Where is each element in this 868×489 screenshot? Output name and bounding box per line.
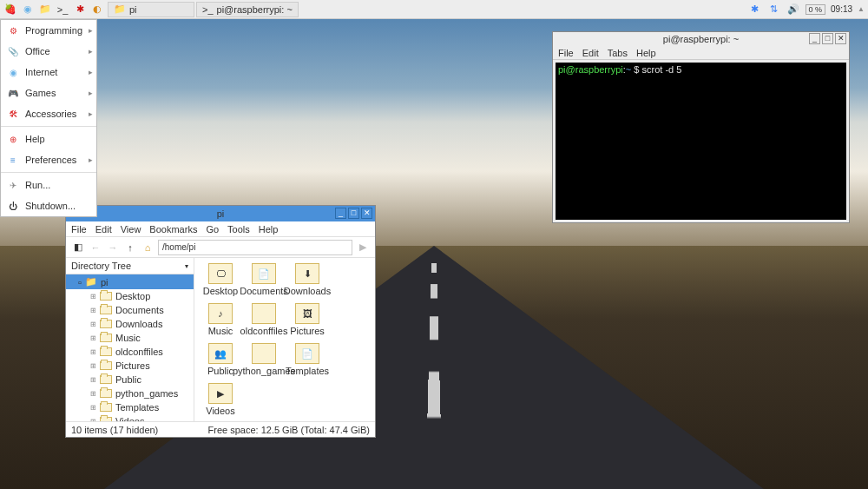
- preferences-icon: ≡: [6, 153, 20, 167]
- launcher-file-manager[interactable]: 📁: [38, 3, 52, 17]
- terminal-window: pi@raspberrypi: ~ _ □ ✕ FileEditTabsHelp…: [552, 31, 850, 223]
- folder-icon: 🖼: [295, 303, 319, 324]
- tree-item[interactable]: ⊞ oldconffiles: [66, 345, 194, 359]
- tree-item[interactable]: ⊞ Desktop: [66, 289, 194, 303]
- close-button[interactable]: ✕: [835, 33, 846, 44]
- menu-item-internet[interactable]: ◉Internet▸: [1, 62, 96, 83]
- window-titlebar[interactable]: pi _ □ ✕: [66, 206, 375, 221]
- folder-documents[interactable]: 📄Documents: [243, 263, 285, 301]
- folder-icon: [100, 320, 112, 328]
- folder-downloads[interactable]: ⬇Downloads: [286, 263, 328, 301]
- tree-expand-icon: ⊞: [90, 348, 96, 356]
- menu-edit[interactable]: Edit: [95, 224, 112, 235]
- maximize-button[interactable]: □: [822, 33, 833, 44]
- menu-item-help[interactable]: ⊕Help: [1, 129, 96, 149]
- menu-bookmarks[interactable]: Bookmarks: [149, 224, 197, 235]
- menu-tools[interactable]: Tools: [227, 224, 250, 235]
- sound-icon[interactable]: 🔊: [786, 3, 800, 17]
- window-title: pi@raspberrypi: ~: [663, 34, 739, 44]
- terminal-body[interactable]: pi@raspberrypi:~ $ scrot -d 5: [556, 63, 846, 220]
- tree-item[interactable]: ⊞ Public: [66, 373, 194, 387]
- submenu-arrow-icon: ▸: [89, 26, 93, 35]
- tree-item[interactable]: ⊞ Templates: [66, 400, 194, 414]
- minimize-button[interactable]: _: [335, 208, 346, 219]
- nav-up-icon[interactable]: ↑: [123, 241, 137, 254]
- panel-arrow-icon[interactable]: ▲: [858, 5, 865, 13]
- tree-expand-icon: ⊞: [90, 307, 96, 314]
- launcher-raspberry-menu[interactable]: 🍓: [3, 3, 17, 17]
- games-icon: 🎮: [6, 86, 20, 100]
- menu-item-games[interactable]: 🎮Games▸: [1, 83, 96, 103]
- launcher-terminal[interactable]: >_: [56, 3, 69, 17]
- close-button[interactable]: ✕: [361, 208, 372, 219]
- tree-item[interactable]: ⊞ Music: [66, 331, 194, 345]
- window-title: pi: [217, 208, 225, 219]
- folder-music[interactable]: ♪Music: [200, 303, 241, 341]
- tree-item[interactable]: ⊞ Documents: [66, 303, 194, 317]
- folder-desktop[interactable]: 🖵Desktop: [200, 263, 241, 301]
- submenu-arrow-icon: ▸: [89, 109, 93, 118]
- menu-item-office[interactable]: 📎Office▸: [1, 41, 96, 62]
- window-titlebar[interactable]: pi@raspberrypi: ~ _ □ ✕: [553, 32, 849, 46]
- bluetooth-icon[interactable]: ✱: [748, 3, 762, 17]
- menu-label: Programming: [25, 25, 82, 36]
- nav-back-icon[interactable]: ←: [89, 241, 102, 254]
- tree-item[interactable]: ⊞ Pictures: [66, 359, 194, 373]
- menu-item-shutdown[interactable]: ⏻Shutdown...: [1, 195, 96, 216]
- directory-tree-header[interactable]: Directory Tree ▾: [66, 258, 194, 274]
- tree-item[interactable]: ⊞ Videos: [66, 414, 194, 421]
- file-manager-toolbar: ◧ ← → ↑ ⌂ ▶: [66, 237, 375, 258]
- folder-icon: 📄: [252, 263, 276, 284]
- menu-help[interactable]: Help: [259, 224, 279, 235]
- menu-item-preferences[interactable]: ≡Preferences▸: [1, 149, 96, 170]
- menu-go[interactable]: Go: [206, 224, 219, 235]
- tree-item[interactable]: ⊞ python_games: [66, 387, 194, 400]
- folder-videos[interactable]: ▶Videos: [200, 383, 241, 421]
- folder-icon: ▶: [208, 383, 233, 404]
- folder-templates[interactable]: 📄Templates: [286, 343, 328, 381]
- menu-file[interactable]: File: [71, 224, 87, 235]
- launcher-globe[interactable]: ◉: [21, 3, 35, 17]
- folder-pictures[interactable]: 🖼Pictures: [286, 303, 328, 341]
- status-free-space: Free space: 12.5 GiB (Total: 47.4 GiB): [208, 425, 370, 435]
- go-icon[interactable]: ▶: [356, 241, 370, 254]
- menu-view[interactable]: View: [121, 224, 141, 235]
- menu-label: Games: [25, 88, 56, 98]
- taskbar-window-button[interactable]: 📁pi: [108, 2, 194, 17]
- taskbar-window-button[interactable]: >_pi@raspberrypi: ~: [196, 2, 299, 17]
- battery-indicator[interactable]: 0 %: [806, 4, 826, 15]
- nav-forward-icon[interactable]: →: [106, 241, 120, 254]
- menu-item-run[interactable]: ✈Run...: [1, 175, 96, 195]
- folder-label: Templates: [286, 366, 329, 376]
- path-input[interactable]: [158, 240, 352, 255]
- folder-label: Public: [207, 366, 233, 376]
- menu-item-accessories[interactable]: 🛠Accessories▸: [1, 103, 96, 124]
- taskbar: 🍓◉📁>_✱◐ 📁pi>_pi@raspberrypi: ~ ✱ ⇅ 🔊 0 %…: [0, 0, 868, 19]
- launcher-mathematica-red[interactable]: ✱: [73, 3, 87, 17]
- taskbar-windows: 📁pi>_pi@raspberrypi: ~: [108, 2, 299, 17]
- menu-item-programming[interactable]: ⚙Programming▸: [1, 20, 96, 41]
- new-tab-icon[interactable]: ◧: [71, 241, 85, 254]
- accessories-icon: 🛠: [6, 107, 20, 121]
- home-icon[interactable]: ⌂: [141, 241, 155, 254]
- application-menu: ⚙Programming▸📎Office▸◉Internet▸🎮Games▸🛠A…: [0, 19, 97, 217]
- folder-python_games[interactable]: python_games: [243, 343, 285, 381]
- folder-label: Videos: [206, 406, 234, 416]
- clock[interactable]: 09:13: [831, 4, 852, 14]
- network-icon[interactable]: ⇅: [767, 3, 781, 17]
- folder-icon: ⬇: [295, 263, 319, 284]
- menu-file[interactable]: File: [558, 48, 574, 58]
- minimize-button[interactable]: _: [809, 33, 820, 44]
- maximize-button[interactable]: □: [348, 208, 359, 219]
- menu-help[interactable]: Help: [636, 48, 656, 58]
- file-icon-view[interactable]: 🖵Desktop📄Documents⬇Downloads♪Musicoldcon…: [194, 258, 375, 421]
- tree-item-home[interactable]: ▫ 📁 pi: [66, 274, 194, 289]
- tree-item[interactable]: ⊞ Downloads: [66, 317, 194, 331]
- folder-oldconffiles[interactable]: oldconffiles: [243, 303, 285, 341]
- folder-icon: 📁: [85, 276, 97, 287]
- taskbar-launchers: 🍓◉📁>_✱◐: [3, 3, 104, 17]
- folder-label: Downloads: [284, 286, 331, 296]
- launcher-mathematica-orange[interactable]: ◐: [90, 3, 104, 17]
- menu-tabs[interactable]: Tabs: [608, 48, 628, 58]
- menu-edit[interactable]: Edit: [582, 48, 599, 58]
